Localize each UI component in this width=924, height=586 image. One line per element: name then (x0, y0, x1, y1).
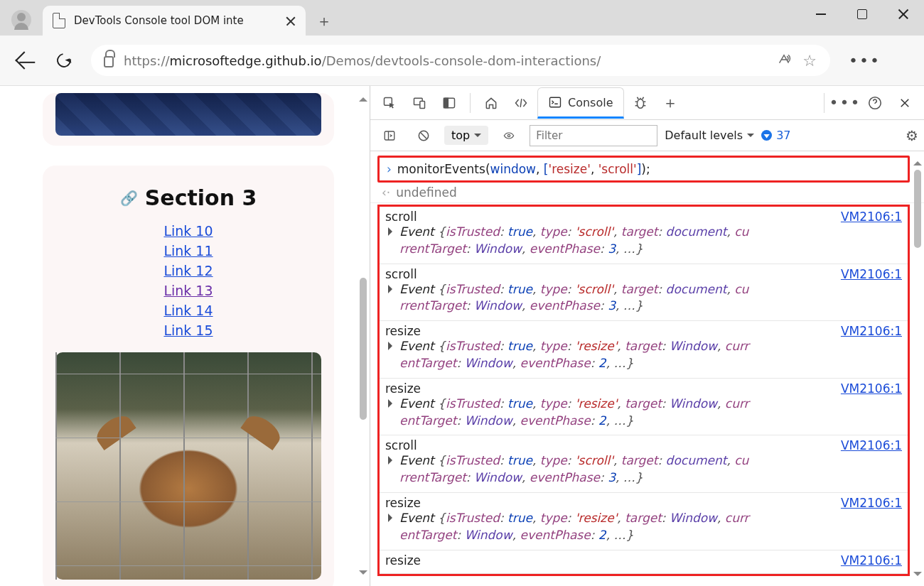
log-event-type: resize (385, 381, 421, 396)
expand-triangle-icon[interactable] (388, 514, 397, 522)
tab-add-button[interactable]: ＋ (657, 89, 684, 116)
titlebar: DevTools Console tool DOM inte ＋ (0, 0, 924, 36)
log-event-body[interactable]: Event {isTrusted: true, type: 'scroll', … (385, 224, 902, 258)
expand-triangle-icon[interactable] (388, 227, 397, 236)
browser-toolbar: https://microsoftedge.github.io/Demos/de… (0, 36, 924, 85)
svg-point-6 (637, 99, 643, 108)
issues-counter[interactable]: 37 (761, 129, 790, 142)
log-event-body[interactable]: Event {isTrusted: true, type: 'scroll', … (385, 281, 902, 315)
tab-console[interactable]: Console (537, 87, 624, 119)
tab-elements[interactable] (507, 89, 534, 116)
log-event-type: resize (385, 553, 421, 568)
page-link[interactable]: Link 15 (163, 322, 213, 338)
read-aloud-icon[interactable] (776, 53, 792, 68)
context-selector[interactable]: top (444, 126, 488, 145)
section-card: 🔗 Section 3 Link 10Link 11Link 12Link 13… (43, 166, 334, 586)
page-pane: 🔗 Section 3 Link 10Link 11Link 12Link 13… (0, 86, 370, 586)
filter-input[interactable] (530, 125, 657, 146)
scroll-thumb[interactable] (360, 278, 367, 420)
log-event-type: scroll (385, 267, 417, 281)
page-link[interactable]: Link 11 (163, 243, 213, 259)
console-scroll-thumb[interactable] (914, 170, 921, 248)
dock-side-icon[interactable] (436, 89, 463, 116)
svg-rect-2 (420, 101, 425, 108)
address-bar[interactable]: https://microsoftedge.github.io/Demos/de… (91, 45, 830, 76)
image-placeholder-deer (55, 352, 321, 580)
return-caret-icon: ‹· (382, 185, 390, 200)
link-icon: 🔗 (120, 190, 138, 207)
console-settings-icon[interactable]: ⚙ (906, 127, 918, 144)
log-source-link[interactable]: VM2106:1 (841, 267, 902, 281)
console-scrollbar[interactable] (913, 157, 923, 580)
expand-triangle-icon[interactable] (388, 285, 397, 293)
tab-issues-bug-icon[interactable] (627, 89, 654, 116)
back-button[interactable] (11, 48, 37, 73)
log-levels-selector[interactable]: Default levels (665, 129, 754, 142)
log-event-body[interactable]: Event {isTrusted: true, type: 'resize', … (385, 396, 902, 430)
browser-tab[interactable]: DevTools Console tool DOM inte (43, 6, 306, 36)
log-source-link[interactable]: VM2106:1 (841, 438, 902, 452)
scroll-up-icon[interactable] (359, 93, 367, 102)
log-row: scrollVM2106:1Event {isTrusted: true, ty… (380, 435, 908, 493)
svg-point-10 (508, 134, 510, 136)
tab-welcome[interactable] (478, 89, 505, 116)
log-event-body[interactable]: Event {isTrusted: true, type: 'resize', … (385, 510, 902, 544)
url-text: https://microsoftedge.github.io/Demos/de… (124, 53, 766, 68)
page-link[interactable]: Link 10 (163, 223, 213, 239)
log-event-body[interactable]: Event {isTrusted: true, type: 'resize', … (385, 338, 902, 372)
sidebar-toggle-icon[interactable] (376, 122, 403, 149)
maximize-button[interactable] (842, 0, 883, 28)
page-link[interactable]: Link 12 (163, 263, 213, 278)
devtools-close-icon[interactable] (891, 89, 918, 116)
log-source-link[interactable]: VM2106:1 (841, 324, 902, 338)
inspect-icon[interactable] (376, 89, 403, 116)
live-expression-icon[interactable] (495, 122, 522, 149)
scroll-down-icon[interactable] (359, 570, 367, 579)
log-row: resizeVM2106:1 (380, 550, 908, 574)
reload-button[interactable] (51, 48, 77, 73)
image-placeholder-top (55, 93, 321, 136)
page-link[interactable]: Link 14 (163, 303, 213, 318)
content-area: 🔗 Section 3 Link 10Link 11Link 12Link 13… (0, 85, 924, 586)
devtools-tabbar: Console ＋ ••• (370, 86, 924, 120)
console-filter-bar: top Default levels 37 ⚙ (370, 120, 924, 151)
expand-triangle-icon[interactable] (388, 342, 397, 350)
card-top-image (43, 93, 334, 146)
return-value-row: ‹·undefined (370, 183, 924, 203)
help-icon[interactable] (861, 89, 888, 116)
log-event-type: resize (385, 496, 421, 510)
log-source-link[interactable]: VM2106:1 (841, 496, 902, 510)
section-title: Section 3 (145, 185, 257, 210)
favorite-icon[interactable]: ☆ (802, 53, 817, 68)
log-source-link[interactable]: VM2106:1 (841, 210, 902, 224)
log-event-body[interactable]: Event {isTrusted: true, type: 'scroll', … (385, 452, 902, 487)
svg-rect-4 (444, 98, 448, 107)
svg-rect-8 (385, 131, 394, 140)
console-scroll-down-icon[interactable] (913, 572, 922, 580)
log-row: resizeVM2106:1Event {isTrusted: true, ty… (380, 493, 908, 550)
console-scroll-up-icon[interactable] (913, 157, 922, 166)
profile-avatar[interactable] (11, 10, 31, 30)
new-tab-button[interactable]: ＋ (310, 7, 338, 36)
log-row: resizeVM2106:1Event {isTrusted: true, ty… (380, 321, 908, 379)
console-input-row: › monitorEvents(window, ['resize', 'scro… (377, 156, 910, 183)
expand-triangle-icon[interactable] (388, 399, 397, 408)
page-scrollbar[interactable] (358, 93, 368, 579)
log-row: scrollVM2106:1Event {isTrusted: true, ty… (380, 264, 908, 322)
log-row: scrollVM2106:1Event {isTrusted: true, ty… (380, 207, 908, 264)
clear-console-icon[interactable] (410, 122, 437, 149)
devtools-menu-button[interactable]: ••• (832, 89, 859, 116)
lock-icon (104, 56, 114, 67)
tab-close-icon[interactable] (286, 16, 296, 26)
links-list: Link 10Link 11Link 12Link 13Link 14Link … (55, 223, 321, 338)
close-window-button[interactable] (883, 0, 924, 28)
window-controls (800, 0, 924, 28)
minimize-button[interactable] (800, 0, 842, 28)
devtools-panel: Console ＋ ••• top Default levels 37 ⚙ › (370, 86, 924, 586)
browser-menu-button[interactable]: ••• (844, 52, 885, 70)
device-emulation-icon[interactable] (406, 89, 433, 116)
log-source-link[interactable]: VM2106:1 (841, 381, 902, 396)
page-link[interactable]: Link 13 (163, 283, 213, 298)
log-source-link[interactable]: VM2106:1 (841, 553, 902, 568)
expand-triangle-icon[interactable] (388, 456, 397, 465)
